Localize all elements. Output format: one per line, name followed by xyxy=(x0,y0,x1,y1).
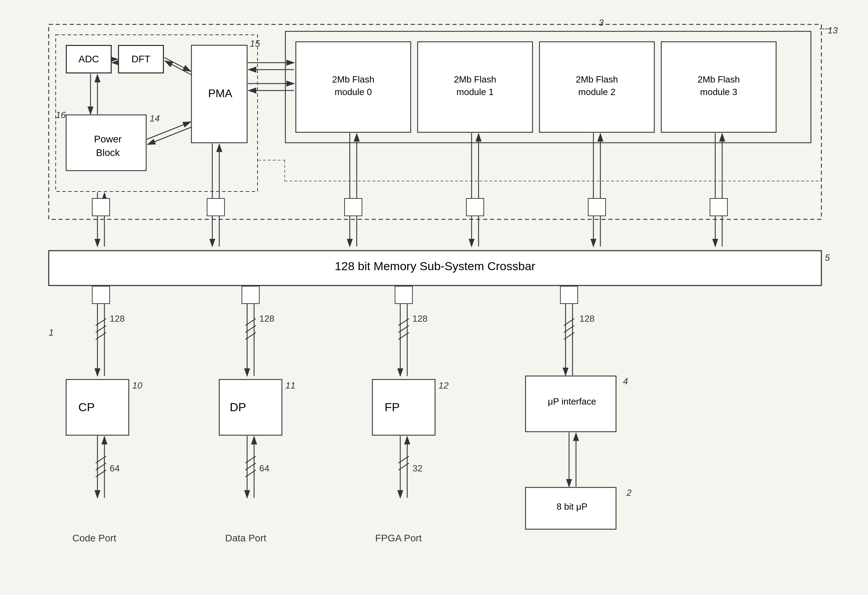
ref15: 15 xyxy=(250,38,260,49)
flash3-label: 2Mb Flashmodule 3 xyxy=(665,73,773,99)
power-block-label: PowerBlock xyxy=(75,132,141,159)
flash1-label: 2Mb Flashmodule 1 xyxy=(421,73,529,99)
up-interface-label: μP interface xyxy=(528,396,616,407)
dft-box: DFT xyxy=(118,45,164,73)
flash2-label: 2Mb Flashmodule 2 xyxy=(543,73,651,99)
adc-box: ADC xyxy=(66,45,111,73)
svg-rect-70 xyxy=(92,286,110,304)
flash0-label: 2Mb Flashmodule 0 xyxy=(299,73,407,99)
ref10: 10 xyxy=(132,380,142,391)
svg-rect-72 xyxy=(395,286,412,304)
bus-32-fp: 32 xyxy=(412,463,422,474)
fp-label: FP xyxy=(385,400,400,414)
svg-line-31 xyxy=(148,127,192,145)
svg-rect-46 xyxy=(345,198,362,216)
ref3: 3 xyxy=(599,18,604,28)
ref16: 16 xyxy=(56,110,66,121)
ref1: 1 xyxy=(49,327,54,338)
svg-rect-16 xyxy=(219,379,282,435)
adc-label: ADC xyxy=(78,54,99,65)
bus-64-cp: 64 xyxy=(110,463,120,474)
svg-rect-17 xyxy=(372,379,435,435)
bus-128-fp: 128 xyxy=(412,313,427,324)
svg-rect-71 xyxy=(242,286,259,304)
ref2: 2 xyxy=(626,487,631,498)
svg-rect-44 xyxy=(92,198,110,216)
cp-label: CP xyxy=(78,400,94,414)
up-8bit-label: 8 bit μP xyxy=(528,501,616,512)
dp-label: DP xyxy=(230,400,246,414)
svg-rect-45 xyxy=(207,198,224,216)
svg-rect-48 xyxy=(588,198,605,216)
dft-label: DFT xyxy=(131,54,151,65)
ref12: 12 xyxy=(438,380,449,391)
svg-rect-47 xyxy=(466,198,484,216)
svg-rect-49 xyxy=(710,198,728,216)
crossbar-label: 128 bit Memory Sub-System Crossbar xyxy=(49,259,821,273)
ref5: 5 xyxy=(825,252,830,263)
ref14: 14 xyxy=(150,113,160,124)
data-port-label: Data Port xyxy=(225,533,266,544)
diagram-container: ADC DFT PMA PowerBlock 2Mb Flashmodule 0… xyxy=(21,14,842,585)
svg-line-23 xyxy=(165,61,192,75)
diagram-svg xyxy=(21,14,842,585)
bus-128-up: 128 xyxy=(580,313,595,324)
bus-128-dp: 128 xyxy=(259,313,274,324)
code-port-label: Code Port xyxy=(72,533,116,544)
svg-line-22 xyxy=(164,58,191,71)
bus-128-cp: 128 xyxy=(110,313,125,324)
svg-line-30 xyxy=(147,122,191,139)
svg-rect-15 xyxy=(66,379,129,435)
ref13: 13 xyxy=(828,25,838,36)
pma-label-text: PMA xyxy=(208,87,232,100)
ref11: 11 xyxy=(285,380,295,391)
svg-rect-73 xyxy=(560,286,578,304)
bus-64-dp: 64 xyxy=(259,463,269,474)
fpga-port-label: FPGA Port xyxy=(375,533,422,544)
ref4: 4 xyxy=(623,376,628,387)
ref13-indicator xyxy=(819,28,830,29)
